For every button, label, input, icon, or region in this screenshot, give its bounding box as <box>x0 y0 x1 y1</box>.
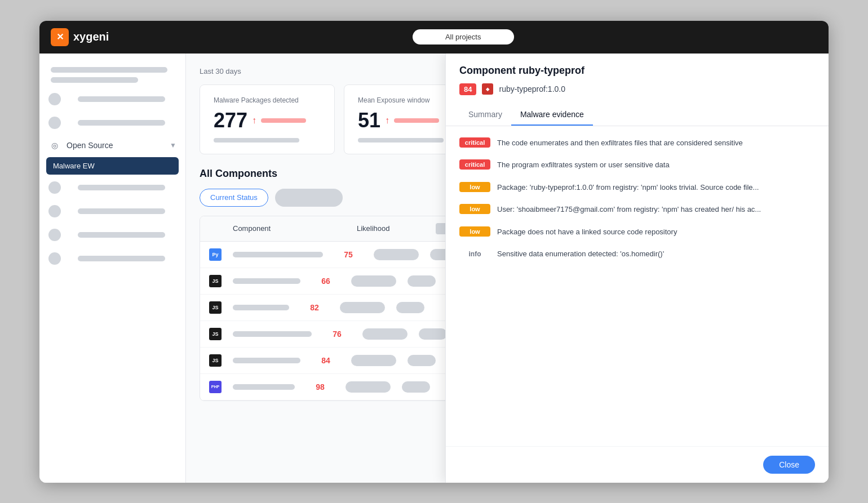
sidebar-label-4 <box>78 208 165 214</box>
sidebar-label-1 <box>78 96 165 102</box>
badge-5: info <box>459 248 490 260</box>
row-likelihood-6: 98 <box>306 382 334 391</box>
evidence-item-4: low Package does not have a linked sourc… <box>459 226 815 238</box>
panel-body: critical The code enumerates and then ex… <box>446 126 829 446</box>
stat-exposure-bar <box>394 118 439 123</box>
main-content: ◎ Open Source ▼ Malware EW <box>39 54 829 483</box>
sidebar-label-2 <box>78 120 165 126</box>
open-source-icon: ◎ <box>48 139 61 152</box>
row-likelihood-5: 84 <box>312 356 340 365</box>
row-name-3 <box>233 305 289 310</box>
sidebar-icon-row-6 <box>39 247 185 270</box>
sidebar-icon-3 <box>48 181 61 194</box>
logo-icon: ✕ <box>51 28 69 46</box>
evidence-text-5: Sensitive data enumeration detected: 'os… <box>497 248 815 260</box>
row-pill-5b <box>408 355 436 366</box>
stat-card-malware: Malware Packages detected 277 ↑ <box>200 84 335 154</box>
close-button[interactable]: Close <box>763 456 815 474</box>
row-pill-2a <box>351 275 396 287</box>
sidebar-placeholder-1 <box>51 67 167 73</box>
evidence-item-0: critical The code enumerates and then ex… <box>459 137 815 149</box>
sidebar-label-3 <box>78 185 165 190</box>
logo-text: xygeni <box>73 30 109 43</box>
row-pill-4b <box>419 328 447 340</box>
badge-3: low <box>459 204 490 214</box>
stat-exposure-arrow: ↑ <box>385 115 389 126</box>
row-pill-6b <box>402 381 430 393</box>
stat-malware-value: 277 <box>214 109 247 132</box>
sidebar-icon-2 <box>48 117 61 129</box>
panel-component-row: 84 ◆ ruby-typeprof:1.0.0 <box>459 83 815 95</box>
sidebar-icon-row-1 <box>39 87 185 111</box>
malware-ew-item[interactable]: Malware EW <box>46 157 179 175</box>
sidebar-icon-row-4 <box>39 199 185 223</box>
evidence-text-2: Package: 'ruby-typeprof:1.0.0' from regi… <box>497 182 815 193</box>
sidebar-icon-6 <box>48 252 61 265</box>
row-icon-js-4: JS <box>209 354 222 367</box>
open-source-chevron: ▼ <box>170 141 176 149</box>
badge-0: critical <box>459 137 490 148</box>
row-pill-3a <box>340 302 385 313</box>
sidebar-icon-row-2 <box>39 111 185 135</box>
row-pill-5a <box>351 355 396 366</box>
open-source-section[interactable]: ◎ Open Source ▼ <box>39 135 185 156</box>
row-icon-py: Py <box>209 248 222 261</box>
row-name-2 <box>233 278 300 284</box>
filter-current-status[interactable]: Current Status <box>200 189 268 207</box>
row-name-4 <box>233 331 312 337</box>
stat-malware-value-row: 277 ↑ <box>214 109 321 132</box>
sidebar: ◎ Open Source ▼ Malware EW <box>39 54 186 483</box>
stat-malware-label: Malware Packages detected <box>214 96 321 104</box>
top-bar: ✕ xygeni All projects <box>39 21 829 54</box>
stat-exposure-value: 51 <box>358 109 380 132</box>
component-panel: Component ruby-typeprof 84 ◆ ruby-typepr… <box>445 54 829 483</box>
sidebar-icon-5 <box>48 229 61 241</box>
evidence-item-5: info Sensitive data enumeration detected… <box>459 248 815 260</box>
evidence-item-2: low Package: 'ruby-typeprof:1.0.0' from … <box>459 182 815 193</box>
content-area: Last 30 days Malware Packages detected 2… <box>186 54 829 483</box>
ruby-icon: ◆ <box>482 83 493 95</box>
th-likelihood: Likelihood <box>357 224 424 233</box>
badge-4: low <box>459 226 490 237</box>
row-icon-js-1: JS <box>209 275 222 287</box>
stat-exposure-bar-gray <box>358 138 444 143</box>
filter-placeholder <box>275 189 343 207</box>
row-likelihood-1: 75 <box>334 250 362 259</box>
th-component: Component <box>233 224 346 233</box>
row-pill-1a <box>374 249 419 260</box>
row-icon-php: PHP <box>209 381 222 393</box>
sidebar-icon-row-3 <box>39 176 185 199</box>
evidence-text-4: Package does not have a linked source co… <box>497 226 815 238</box>
panel-footer: Close <box>446 446 829 483</box>
stat-malware-bar <box>261 118 306 123</box>
app-container: ✕ xygeni All projects ◎ Open Source ▼ <box>39 21 829 483</box>
sidebar-icon-4 <box>48 205 61 217</box>
row-likelihood-2: 66 <box>312 277 340 286</box>
evidence-text-1: The program exfiltrates system or user s… <box>497 159 815 171</box>
panel-tabs: Summary Malware evidence <box>459 104 815 126</box>
sidebar-placeholder-2 <box>51 77 138 83</box>
sidebar-icon-1 <box>48 93 61 105</box>
sidebar-icon-row-5 <box>39 223 185 247</box>
panel-header: Component ruby-typeprof 84 ◆ ruby-typepr… <box>446 54 829 126</box>
tab-malware-evidence[interactable]: Malware evidence <box>511 104 593 126</box>
panel-title: Component ruby-typeprof <box>459 65 815 77</box>
tab-summary[interactable]: Summary <box>459 104 511 126</box>
badge-1: critical <box>459 159 490 170</box>
row-icon-js-3: JS <box>209 328 222 340</box>
row-likelihood-3: 82 <box>300 303 329 312</box>
evidence-text-0: The code enumerates and then exfiltrates… <box>497 137 815 149</box>
row-likelihood-4: 76 <box>323 330 351 339</box>
logo-area: ✕ xygeni <box>51 28 109 46</box>
row-icon-js-2: JS <box>209 301 222 314</box>
panel-score-badge: 84 <box>459 83 476 95</box>
row-name-5 <box>233 358 300 363</box>
stat-malware-bar-gray <box>214 138 299 143</box>
row-pill-6a <box>346 381 391 393</box>
stat-malware-arrow: ↑ <box>252 115 256 126</box>
sidebar-label-6 <box>78 256 165 261</box>
project-selector[interactable]: All projects <box>413 29 514 44</box>
top-bar-center: All projects <box>109 29 817 44</box>
panel-component-name: ruby-typeprof:1.0.0 <box>499 84 565 94</box>
row-pill-2b <box>408 275 436 287</box>
